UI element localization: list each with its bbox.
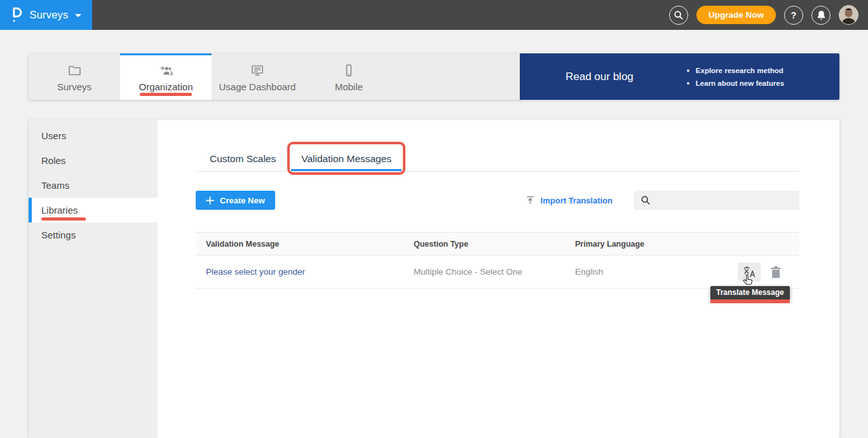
product-switcher[interactable]: Surveys xyxy=(0,0,92,30)
table-search-box[interactable] xyxy=(634,191,799,210)
tab-surveys[interactable]: Surveys xyxy=(29,53,120,100)
tab-label: Validation Messages xyxy=(301,153,391,164)
delete-button[interactable] xyxy=(770,266,782,278)
table-row: Please select your gender Multiple Choic… xyxy=(196,256,799,289)
translate-message-tooltip: Translate Message xyxy=(710,286,790,299)
org-nav-card: Surveys Organization Usage Dashboard xyxy=(29,53,839,100)
search-icon xyxy=(674,10,684,20)
tab-label: Surveys xyxy=(57,81,92,92)
magnifier-icon xyxy=(641,195,651,205)
group-add-icon xyxy=(158,63,174,78)
sidebar-item-label: Libraries xyxy=(41,205,78,216)
import-translation-label: Import Translation xyxy=(541,196,613,205)
annotation-underline-libraries xyxy=(41,217,86,221)
tab-organization[interactable]: Organization xyxy=(120,53,212,100)
library-tabs: Custom Scales Validation Messages xyxy=(196,147,799,172)
search-button[interactable] xyxy=(669,6,688,25)
create-new-button[interactable]: Create New xyxy=(196,191,275,210)
validation-message-link[interactable]: Please select your gender xyxy=(196,267,414,277)
table-header-row: Validation Message Question Type Primary… xyxy=(196,232,799,256)
sidebar-item-teams[interactable]: Teams xyxy=(29,173,158,198)
question-icon: ? xyxy=(791,10,797,20)
tooltip-wrap: Translate Message xyxy=(710,286,790,303)
topbar-actions: Upgrade Now ? xyxy=(669,5,868,25)
validation-messages-table: Validation Message Question Type Primary… xyxy=(196,232,799,289)
banner-title: Read our blog xyxy=(566,71,634,83)
import-translation-link[interactable]: Import Translation xyxy=(526,195,613,205)
libraries-panel: Users Roles Teams Libraries Settings Cus… xyxy=(29,120,839,438)
row-actions xyxy=(738,263,799,282)
avatar[interactable] xyxy=(839,5,858,25)
banner-bullet: Learn about new features xyxy=(687,79,784,87)
sidebar-item-users[interactable]: Users xyxy=(29,123,158,148)
banner-bullet-list: Explore research method Learn about new … xyxy=(687,67,784,87)
questionpro-logo-icon xyxy=(11,7,23,24)
libraries-content: Custom Scales Validation Messages Create… xyxy=(158,120,839,438)
sidebar-item-label: Settings xyxy=(41,229,76,240)
chevron-down-icon xyxy=(75,14,81,17)
header-primary-language: Primary Language xyxy=(575,240,670,249)
header-validation-message: Validation Message xyxy=(196,240,414,249)
search-input[interactable] xyxy=(656,195,793,206)
sidebar-item-label: Teams xyxy=(41,180,69,191)
question-type-cell: Multiple Choice - Select One xyxy=(414,267,575,277)
folder-icon xyxy=(67,63,83,78)
upgrade-now-button[interactable]: Upgrade Now xyxy=(696,6,776,24)
product-name: Surveys xyxy=(29,9,68,21)
org-sidebar: Users Roles Teams Libraries Settings xyxy=(29,120,158,438)
plus-icon xyxy=(206,196,214,205)
annotation-underline-organization xyxy=(140,93,192,96)
tab-validation-messages[interactable]: Validation Messages xyxy=(291,147,402,171)
sidebar-item-label: Roles xyxy=(41,155,65,166)
topbar: Surveys Upgrade Now ? xyxy=(0,0,868,30)
mobile-icon xyxy=(341,63,356,78)
sidebar-item-roles[interactable]: Roles xyxy=(29,148,158,173)
translate-icon xyxy=(743,265,756,278)
import-upload-icon xyxy=(526,195,535,205)
primary-language-cell: English xyxy=(575,267,670,277)
help-button[interactable]: ? xyxy=(784,6,803,25)
tab-mobile[interactable]: Mobile xyxy=(303,53,395,100)
sidebar-item-libraries[interactable]: Libraries xyxy=(29,198,158,222)
tab-custom-scales[interactable]: Custom Scales xyxy=(196,147,286,171)
header-question-type: Question Type xyxy=(414,240,575,249)
bell-icon xyxy=(817,10,826,20)
dashboard-icon xyxy=(249,63,266,78)
notifications-button[interactable] xyxy=(811,6,831,25)
banner-bullet: Explore research method xyxy=(687,67,784,74)
translate-message-button[interactable] xyxy=(738,263,761,282)
tab-label: Usage Dashboard xyxy=(219,81,296,92)
sidebar-item-settings[interactable]: Settings xyxy=(29,222,158,247)
tab-label: Mobile xyxy=(335,81,363,92)
tab-usage-dashboard[interactable]: Usage Dashboard xyxy=(212,53,303,100)
blog-banner[interactable]: Read our blog Explore research method Le… xyxy=(520,53,839,100)
annotation-underline-tooltip xyxy=(710,299,790,303)
trash-icon xyxy=(770,266,782,278)
sidebar-item-label: Users xyxy=(41,130,66,141)
avatar-photo xyxy=(839,6,858,24)
toolbar: Create New Import Translation xyxy=(196,191,799,210)
tab-label: Organization xyxy=(139,81,193,92)
create-new-label: Create New xyxy=(220,196,265,205)
